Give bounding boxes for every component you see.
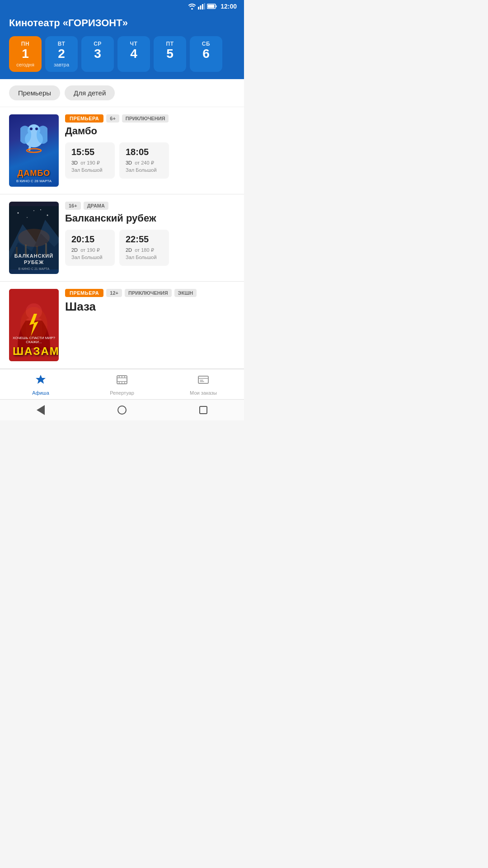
movie-item-balkan[interactable]: БАЛКАНСКИЙ РУБЕЖ В КИНО С 21 МАРТА 16+ Д… [0,194,244,282]
day-num-5: 6 [196,47,216,61]
svg-rect-41 [122,382,122,384]
orders-icon [197,374,209,388]
tag-genre-dumbo: ПРИКЛЮЧЕНИЯ [122,114,169,123]
poster-dumbo-sub: В КИНО С 28 МАРТА [16,179,52,183]
svg-point-25 [27,217,28,218]
date-item-2[interactable]: СР 3 [81,36,114,72]
signal-icon [198,3,205,9]
movie-item-dumbo[interactable]: ДАМБО В КИНО С 28 МАРТА ПРЕМЬЕРА 6+ ПРИК… [0,107,244,194]
tag-age-balkan: 16+ [65,202,81,210]
status-icons: 12:00 [188,3,237,10]
svg-rect-7 [216,5,217,7]
poster-balkan-sub: В КИНО С 21 МАРТА [13,267,55,270]
day-name-3: ЧТ [124,41,144,47]
movie-title-dumbo: Дамбо [65,125,235,137]
movie-list: ДАМБО В КИНО С 28 МАРТА ПРЕМЬЕРА 6+ ПРИК… [0,107,244,369]
movie-title-balkan: Балканский рубеж [65,212,235,224]
header: Кинотеатр «ГОРИЗОНТ» ПН 1 сегодня ВТ 2 з… [0,13,244,79]
film-icon [116,374,128,388]
day-name-5: СБ [196,41,216,47]
svg-point-0 [191,8,193,9]
tag-genre-balkan: ДРАМА [84,202,108,210]
filter-bar: Премьеры Для детей [0,79,244,107]
date-item-1[interactable]: ВТ 2 завтра [45,36,78,72]
date-picker: ПН 1 сегодня ВТ 2 завтра СР 3 ЧТ 4 ПТ 5 … [9,36,235,79]
svg-rect-40 [119,382,120,384]
svg-point-23 [33,210,34,211]
svg-point-27 [18,229,50,247]
svg-rect-3 [202,4,203,9]
movie-info-dumbo: ПРЕМЬЕРА 6+ ПРИКЛЮЧЕНИЯ Дамбо 15:55 3D о… [65,114,235,187]
svg-rect-4 [204,3,206,9]
tag-genre-shazam-1: ПРИКЛЮЧЕНИЯ [125,289,172,297]
showtime-dumbo-0[interactable]: 15:55 3D от 190 ₽Зал Большой [65,142,115,179]
tag-age-dumbo: 6+ [106,114,119,123]
date-item-3[interactable]: ЧТ 4 [117,36,150,72]
svg-point-13 [35,127,38,130]
showtime-time-dumbo-0: 15:55 [71,147,108,157]
svg-point-24 [47,214,48,216]
date-item-0[interactable]: ПН 1 сегодня [9,36,42,72]
showtimes-dumbo: 15:55 3D от 190 ₽Зал Большой 18:05 3D от… [65,142,235,179]
filter-premieres[interactable]: Премьеры [9,85,60,100]
showtime-details-dumbo-1: 3D от 240 ₽Зал Большой [126,159,163,174]
svg-point-22 [18,212,19,213]
showtime-details-dumbo-0: 3D от 190 ₽Зал Большой [71,159,108,174]
day-name-1: ВТ [52,41,71,47]
svg-rect-35 [117,377,127,378]
filter-kids[interactable]: Для детей [65,85,115,100]
svg-point-12 [30,127,33,130]
showtime-time-balkan-0: 20:15 [71,234,108,245]
movie-poster-balkan: БАЛКАНСКИЙ РУБЕЖ В КИНО С 21 МАРТА [9,202,59,274]
system-nav [0,399,244,420]
poster-shazam-text: ШАЗАМ! [13,345,55,358]
showtime-balkan-1[interactable]: 22:55 2D от 180 ₽Зал Большой [119,230,169,266]
showtime-time-dumbo-1: 18:05 [126,147,163,157]
movie-item-shazam[interactable]: ХОЧЕШЬ СПАСТИ МИР? СКАЖИ... ШАЗАМ! ПРЕМЬ… [0,282,244,369]
nav-repertuar[interactable]: Репертуар [81,374,163,396]
day-label-0: сегодня [15,62,35,67]
tag-genre-shazam-2: ЭКШН [174,289,197,297]
back-button[interactable] [36,405,46,415]
nav-afisha-label: Афиша [32,390,49,396]
day-label-1: завтра [52,62,71,67]
status-bar: 12:00 [0,0,244,13]
battery-icon [207,4,217,9]
movie-info-shazam: ПРЕМЬЕРА 12+ ПРИКЛЮЧЕНИЯ ЭКШН Шазам [65,289,235,361]
day-name-4: ПТ [160,41,180,47]
home-button[interactable] [117,405,127,415]
date-item-5[interactable]: СБ 6 [190,36,222,72]
showtime-details-balkan-0: 2D от 190 ₽Зал Большой [71,246,108,261]
date-item-4[interactable]: ПТ 5 [154,36,186,72]
app-title: Кинотеатр «ГОРИЗОНТ» [9,17,235,29]
movie-tags-dumbo: ПРЕМЬЕРА 6+ ПРИКЛЮЧЕНИЯ [65,114,235,123]
showtime-details-balkan-1: 2D от 180 ₽Зал Большой [126,246,163,261]
poster-dumbo-text: ДАМБО [18,169,51,178]
nav-orders[interactable]: Мои заказы [163,374,244,396]
svg-rect-37 [119,376,120,377]
movie-title-shazam: Шазам [65,300,235,314]
day-num-4: 5 [160,47,180,61]
status-time: 12:00 [221,3,237,10]
svg-rect-36 [117,381,127,382]
bottom-nav: Афиша Репертуар [0,369,244,399]
recents-button[interactable] [198,405,208,415]
svg-rect-1 [198,7,199,9]
svg-rect-38 [122,376,122,377]
tag-age-shazam: 12+ [106,289,122,297]
dumbo-elephant-svg [20,119,47,155]
movie-tags-shazam: ПРЕМЬЕРА 12+ ПРИКЛЮЧЕНИЯ ЭКШН [65,289,235,297]
svg-rect-42 [124,382,125,384]
svg-rect-6 [208,5,215,8]
svg-marker-33 [36,375,46,384]
showtime-dumbo-1[interactable]: 18:05 3D от 240 ₽Зал Большой [119,142,169,179]
day-name-2: СР [88,41,108,47]
day-num-0: 1 [15,47,35,61]
svg-point-26 [40,209,41,210]
svg-rect-43 [198,376,208,383]
movie-poster-shazam: ХОЧЕШЬ СПАСТИ МИР? СКАЖИ... ШАЗАМ! [9,289,59,361]
svg-rect-39 [124,376,125,377]
nav-afisha[interactable]: Афиша [0,374,81,396]
showtime-balkan-0[interactable]: 20:15 2D от 190 ₽Зал Большой [65,230,115,266]
movie-poster-dumbo: ДАМБО В КИНО С 28 МАРТА [9,114,59,187]
